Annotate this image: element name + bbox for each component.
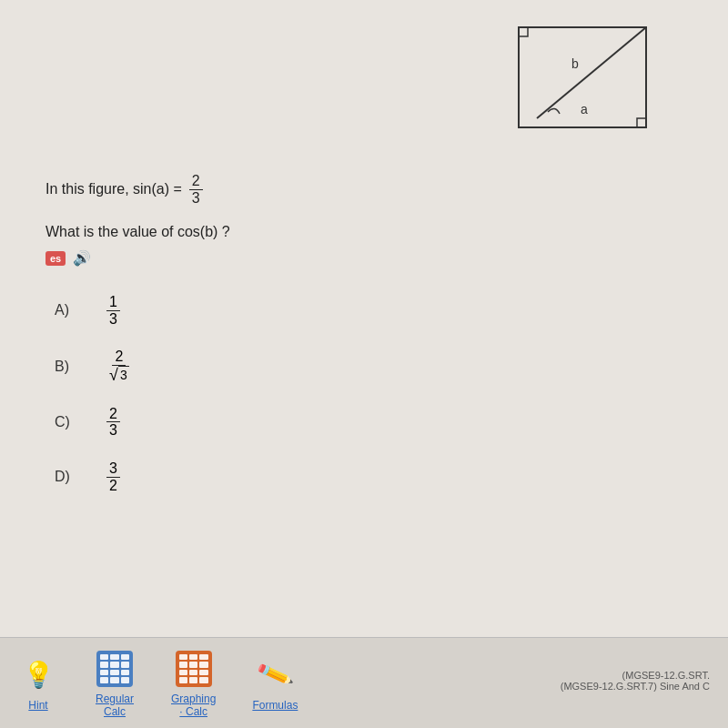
sqrt-symbol: √ [109, 367, 118, 383]
answer-a-numerator: 1 [106, 294, 120, 311]
es-badge: es [46, 251, 66, 266]
answer-a[interactable]: A) 1 3 [55, 294, 682, 327]
formulas-button[interactable]: ✏️ Formulas [252, 655, 298, 712]
answers-list: A) 1 3 B) 2 √ 3 [55, 294, 682, 493]
cos-question-text: What is the value of cos(b) ? [46, 224, 682, 240]
answer-d[interactable]: D) 3 2 [55, 460, 682, 493]
pencil-icon: ✏️ [255, 655, 295, 694]
standard-text: (MGSE9-12.G.SRT. (MGSE9-12.G.SRT.7) Sine… [561, 670, 710, 692]
svg-line-1 [537, 27, 646, 118]
answer-d-fraction: 3 2 [106, 460, 120, 493]
regular-calc-icon [96, 651, 133, 687]
answer-b-numerator: 2 [112, 349, 126, 366]
answer-b[interactable]: B) 2 √ 3 [55, 349, 682, 383]
graphing-calc-icon-container [174, 649, 214, 689]
hint-label: Hint [28, 699, 47, 712]
answer-d-numerator: 3 [106, 460, 120, 478]
svg-rect-3 [637, 118, 646, 127]
standard-line1: (MGSE9-12.G.SRT. [561, 670, 710, 681]
answer-c-denominator: 3 [106, 422, 120, 439]
hint-icon-container: 💡 [18, 655, 58, 695]
triangle-diagram: b a [510, 18, 655, 146]
answer-a-fraction: 1 3 [106, 294, 120, 327]
svg-text:b: b [571, 56, 579, 71]
standard-line2: (MGSE9-12.G.SRT.7) Sine And C [561, 681, 710, 692]
graphing-calc-button[interactable]: Graphing· Calc [171, 649, 216, 718]
main-content: b a In this figure, sin(a) = 2 3 What is… [0, 0, 728, 521]
graphing-calc-label: Graphing· Calc [171, 693, 216, 718]
svg-text:a: a [581, 102, 588, 116]
svg-rect-2 [519, 27, 528, 36]
speaker-icon[interactable]: 🔊 [73, 249, 91, 267]
answer-c-label: C) [55, 414, 77, 430]
toolbar: 💡 Hint RegularCalc Graphing· Calc [0, 637, 728, 728]
question-intro: In this figure, sin(a) = 2 3 [46, 173, 682, 206]
answer-b-denominator: √ 3 [106, 366, 132, 384]
formulas-icon-container: ✏️ [255, 655, 295, 695]
answer-a-label: A) [55, 302, 77, 318]
answer-b-fraction: 2 √ 3 [106, 349, 132, 383]
answer-c-numerator: 2 [106, 406, 120, 423]
hint-button[interactable]: 💡 Hint [18, 655, 58, 712]
question-section: In this figure, sin(a) = 2 3 What is the… [46, 173, 682, 493]
diagram-container: b a [510, 18, 655, 146]
lightbulb-icon: 💡 [23, 660, 55, 690]
regular-calc-label: RegularCalc [96, 693, 134, 718]
answer-b-label: B) [55, 359, 77, 375]
sqrt-content: 3 [118, 366, 129, 383]
answer-a-denominator: 3 [106, 311, 120, 328]
sin-denominator: 3 [189, 190, 203, 207]
audio-controls: es 🔊 [46, 249, 682, 267]
sin-fraction: 2 3 [189, 173, 203, 206]
answer-d-denominator: 2 [106, 478, 120, 494]
formulas-label: Formulas [252, 699, 298, 712]
answer-c[interactable]: C) 2 3 [55, 406, 682, 439]
answer-d-label: D) [55, 469, 77, 485]
graphing-calc-icon [176, 651, 212, 687]
answer-c-fraction: 2 3 [106, 406, 120, 439]
regular-calc-icon-container [95, 649, 135, 689]
intro-text: In this figure, sin(a) = [46, 181, 182, 197]
sqrt-line: √ 3 [109, 366, 129, 383]
regular-calc-button[interactable]: RegularCalc [95, 649, 135, 718]
sin-numerator: 2 [189, 173, 203, 190]
